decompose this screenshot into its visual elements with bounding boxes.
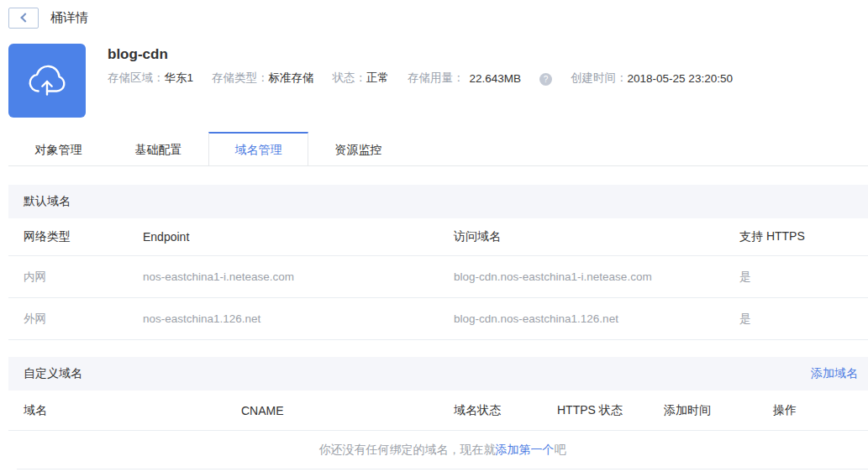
default-domains-title: 默认域名 (24, 194, 71, 209)
cell-network-type: 内网 (8, 270, 143, 285)
help-icon[interactable]: ? (539, 73, 552, 86)
back-button[interactable] (8, 8, 39, 29)
bucket-avatar (8, 44, 86, 118)
default-domains-header-row: 网络类型 Endpoint 访问域名 支持 HTTPS (8, 218, 868, 256)
meta-value-status: 正常 (366, 71, 389, 86)
tab-domain-management[interactable]: 域名管理 (208, 132, 308, 166)
cell-endpoint: nos-eastchina1-i.netease.com (143, 270, 454, 283)
tab-resource-monitor[interactable]: 资源监控 (308, 132, 408, 165)
col-https-support: 支持 HTTPS (739, 229, 868, 244)
col-domain: 域名 (8, 403, 241, 418)
custom-domains-section-header: 自定义域名 添加域名 (8, 357, 868, 391)
tab-basic-config[interactable]: 基础配置 (108, 132, 208, 165)
custom-domains-table: 域名 CNAME 域名状态 HTTPS 状态 添加时间 操作 你还没有任何绑定的… (8, 391, 868, 469)
cell-access-domain: blog-cdn.nos-eastchina1.126.net (454, 312, 739, 325)
meta-label-storage-type: 存储类型： (212, 71, 269, 86)
add-first-domain-link[interactable]: 添加第一个 (496, 443, 555, 458)
tab-object-management[interactable]: 对象管理 (8, 132, 108, 165)
bucket-name: blog-cdn (108, 46, 751, 63)
cell-network-type: 外网 (8, 312, 143, 327)
col-access-domain: 访问域名 (454, 229, 739, 244)
col-added-time: 添加时间 (664, 403, 773, 418)
empty-state: 你还没有任何绑定的域名，现在就添加第一个吧 (17, 431, 868, 469)
col-endpoint: Endpoint (143, 230, 454, 244)
meta-label-created: 创建时间： (571, 71, 628, 86)
page-title: 桶详情 (50, 10, 88, 26)
bucket-text: blog-cdn 存储区域： 华东1 存储类型： 标准存储 状态： 正常 存储用… (108, 44, 751, 118)
bucket-info: blog-cdn 存储区域： 华东1 存储类型： 标准存储 状态： 正常 存储用… (8, 44, 868, 118)
meta-value-usage: 22.643MB (470, 72, 522, 85)
cell-https-support: 是 (739, 270, 868, 285)
meta-value-created: 2018-05-25 23:20:50 (628, 72, 733, 85)
meta-value-region: 华东1 (165, 71, 194, 86)
meta-label-usage: 存储用量： (408, 71, 465, 86)
meta-label-region: 存储区域： (108, 71, 165, 86)
col-https-status: HTTPS 状态 (557, 403, 664, 418)
custom-domains-header-row: 域名 CNAME 域名状态 HTTPS 状态 添加时间 操作 (8, 391, 868, 431)
table-row-intranet: 内网 nos-eastchina1-i.netease.com blog-cdn… (8, 256, 868, 298)
cloud-upload-icon (24, 57, 71, 104)
col-network-type: 网络类型 (8, 229, 143, 244)
chevron-left-icon (20, 13, 29, 22)
empty-state-suffix: 吧 (555, 443, 566, 458)
meta-label-status: 状态： (333, 71, 367, 86)
tabbar: 对象管理 基础配置 域名管理 资源监控 (8, 132, 868, 166)
bucket-detail-page: 桶详情 blog-cdn 存储区域： 华东1 存储类型： 标准存储 状态： 正常… (0, 0, 868, 469)
custom-domains-title: 自定义域名 (24, 366, 82, 381)
col-actions: 操作 (773, 403, 868, 418)
default-domains-table: 网络类型 Endpoint 访问域名 支持 HTTPS 内网 nos-eastc… (8, 218, 868, 340)
bucket-meta: 存储区域： 华东1 存储类型： 标准存储 状态： 正常 存储用量： 22.643… (108, 71, 751, 86)
empty-state-text: 你还没有任何绑定的域名，现在就 (319, 443, 496, 458)
col-cname: CNAME (241, 404, 454, 417)
table-row-internet: 外网 nos-eastchina1.126.net blog-cdn.nos-e… (8, 298, 868, 340)
topbar: 桶详情 (8, 7, 868, 29)
default-domains-section-header: 默认域名 (8, 185, 868, 218)
cell-endpoint: nos-eastchina1.126.net (143, 312, 454, 325)
cell-https-support: 是 (739, 312, 868, 327)
meta-value-storage-type: 标准存储 (269, 71, 314, 86)
add-domain-link[interactable]: 添加域名 (811, 366, 858, 381)
cell-access-domain: blog-cdn.nos-eastchina1-i.netease.com (454, 270, 739, 283)
col-domain-status: 域名状态 (454, 403, 557, 418)
